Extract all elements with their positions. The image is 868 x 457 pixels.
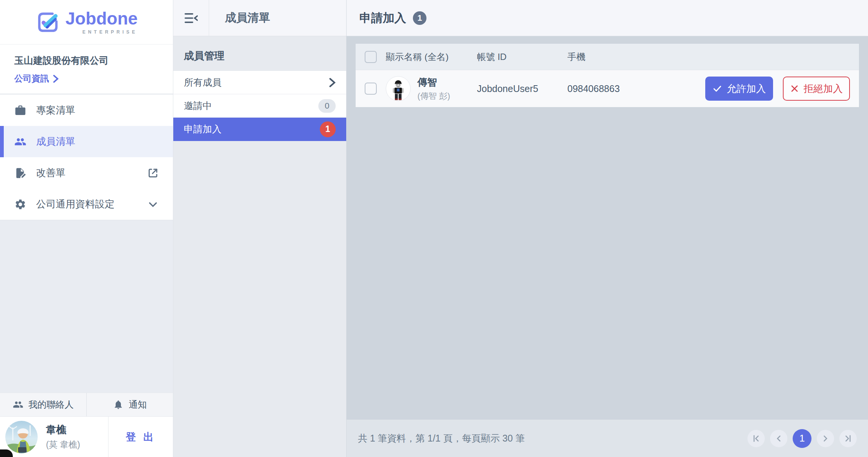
sidebar-item-members[interactable]: 成員清單	[0, 126, 173, 157]
first-page-icon	[751, 434, 761, 443]
member-fullname: (傳智 彭)	[417, 90, 450, 102]
people-icon	[13, 399, 23, 410]
user-name: 韋樵	[46, 423, 108, 437]
sidebar-item-projects[interactable]: 專案清單	[0, 95, 173, 126]
company-info-link[interactable]: 公司資訊	[14, 73, 159, 84]
people-icon	[14, 136, 26, 148]
approve-join-button[interactable]: 允許加入	[705, 77, 773, 101]
user-fullname: (莫 韋樵)	[46, 439, 108, 451]
submenu-item-label: 所有成員	[184, 76, 222, 89]
logo-check-icon	[35, 10, 60, 35]
doc-edit-icon	[14, 167, 26, 179]
previous-page-button[interactable]	[770, 430, 787, 447]
pagination-bar: 共 1 筆資料，第 1/1 頁，每頁顯示 30 筆 1	[347, 420, 868, 457]
app-window: Jobdone ENTERPRISE 玉山建設股份有限公司 公司資訊 專案清單	[0, 0, 868, 457]
user-text: 韋樵 (莫 韋樵)	[46, 423, 108, 451]
member-name-block: 傳智 (傳智 彭)	[417, 76, 450, 102]
member-name-cell: 傳智 (傳智 彭)	[386, 76, 477, 102]
collapse-sidebar-button[interactable]	[173, 0, 209, 36]
submenu-title: 成員清單	[209, 10, 270, 26]
submenu-item-label: 申請加入	[184, 123, 222, 135]
table-row: 傳智 (傳智 彭) JobdoneUser5 0984068863 允許加入 拒…	[356, 70, 859, 107]
logout-button[interactable]: 登 出	[108, 417, 173, 457]
company-block: 玉山建設股份有限公司 公司資訊	[0, 44, 173, 95]
sidebar-quick-actions: 我的聯絡人 通知	[0, 393, 173, 416]
page-1-button[interactable]: 1	[793, 429, 811, 448]
logo[interactable]: Jobdone ENTERPRISE	[0, 0, 173, 44]
page-title-badge: 1	[413, 11, 426, 25]
chevron-down-icon	[147, 199, 159, 210]
reject-join-button[interactable]: 拒絕加入	[783, 77, 850, 101]
next-page-button[interactable]	[817, 430, 834, 447]
submenu-item-label: 邀請中	[184, 100, 212, 112]
row-checkbox[interactable]	[365, 83, 377, 95]
sidebar-item-company-settings[interactable]: 公司通用資料設定	[0, 189, 173, 220]
chevron-left-icon	[774, 434, 784, 443]
chevron-right-icon	[821, 434, 830, 443]
company-info-label: 公司資訊	[14, 73, 49, 84]
sidebar-filler	[0, 220, 173, 393]
chevron-right-icon	[329, 78, 336, 87]
external-link-icon	[147, 167, 159, 179]
column-header-name: 顯示名稱 (全名)	[386, 51, 477, 63]
sidebar-item-label: 公司通用資料設定	[36, 198, 115, 211]
my-contacts-button[interactable]: 我的聯絡人	[0, 393, 87, 416]
page-title: 申請加入	[359, 10, 406, 26]
count-badge: 0	[318, 99, 336, 113]
last-page-icon	[843, 434, 853, 443]
briefcase-icon	[14, 104, 26, 117]
notifications-button[interactable]: 通知	[87, 393, 173, 416]
submenu-panel: 成員清單 成員管理 所有成員 邀請中 0 申請加入 1	[173, 0, 347, 457]
main-area: 申請加入 1 顯示名稱 (全名) 帳號 ID 手機	[347, 0, 868, 457]
column-header-account: 帳號 ID	[477, 51, 567, 63]
close-icon	[790, 84, 799, 93]
sidebar-item-improvement[interactable]: 改善單	[0, 157, 173, 189]
count-badge: 1	[320, 121, 336, 137]
logo-text: Jobdone ENTERPRISE	[66, 10, 138, 35]
user-avatar	[5, 421, 38, 453]
check-icon	[712, 84, 722, 94]
results-summary: 共 1 筆資料，第 1/1 頁，每頁顯示 30 筆	[358, 432, 525, 445]
chevron-right-icon	[53, 75, 59, 83]
sidebar-item-label: 成員清單	[36, 135, 75, 148]
brand-subtitle: ENTERPRISE	[83, 29, 138, 35]
submenu-item-all-members[interactable]: 所有成員	[173, 71, 346, 94]
submenu-section-label: 成員管理	[173, 36, 346, 71]
submenu-item-inviting[interactable]: 邀請中 0	[173, 94, 346, 118]
sidebar-item-label: 專案清單	[36, 104, 75, 117]
gear-icon	[14, 198, 26, 210]
member-avatar	[386, 76, 411, 101]
member-account-id: JobdoneUser5	[477, 83, 567, 94]
sidebar-item-label: 改善單	[36, 166, 66, 179]
submenu-item-join-requests[interactable]: 申請加入 1	[173, 118, 346, 141]
sidebar-nav: 專案清單 成員清單 改善單 公司通用	[0, 95, 173, 220]
first-page-button[interactable]	[747, 430, 765, 447]
company-name: 玉山建設股份有限公司	[14, 54, 159, 67]
user-profile[interactable]: 韋樵 (莫 韋樵) 登 出	[0, 416, 173, 457]
submenu-header: 成員清單	[173, 0, 346, 36]
member-phone: 0984068863	[567, 83, 705, 94]
approve-join-label: 允許加入	[727, 82, 766, 95]
reject-join-label: 拒絕加入	[804, 82, 843, 95]
pagination: 1	[747, 429, 857, 448]
member-name: 傳智	[417, 76, 450, 89]
last-page-button[interactable]	[839, 430, 857, 447]
select-all-checkbox[interactable]	[365, 51, 377, 63]
sidebar: Jobdone ENTERPRISE 玉山建設股份有限公司 公司資訊 專案清單	[0, 0, 173, 457]
my-contacts-label: 我的聯絡人	[29, 399, 74, 411]
column-header-phone: 手機	[567, 51, 850, 63]
row-actions: 允許加入 拒絕加入	[705, 77, 850, 101]
bell-icon	[113, 399, 124, 410]
collapse-panel-icon	[184, 12, 198, 25]
brand-name: Jobdone	[66, 10, 138, 27]
content: 顯示名稱 (全名) 帳號 ID 手機	[347, 36, 868, 107]
table-header-row: 顯示名稱 (全名) 帳號 ID 手機	[356, 44, 859, 70]
main-header: 申請加入 1	[347, 0, 868, 36]
notifications-label: 通知	[129, 399, 147, 411]
